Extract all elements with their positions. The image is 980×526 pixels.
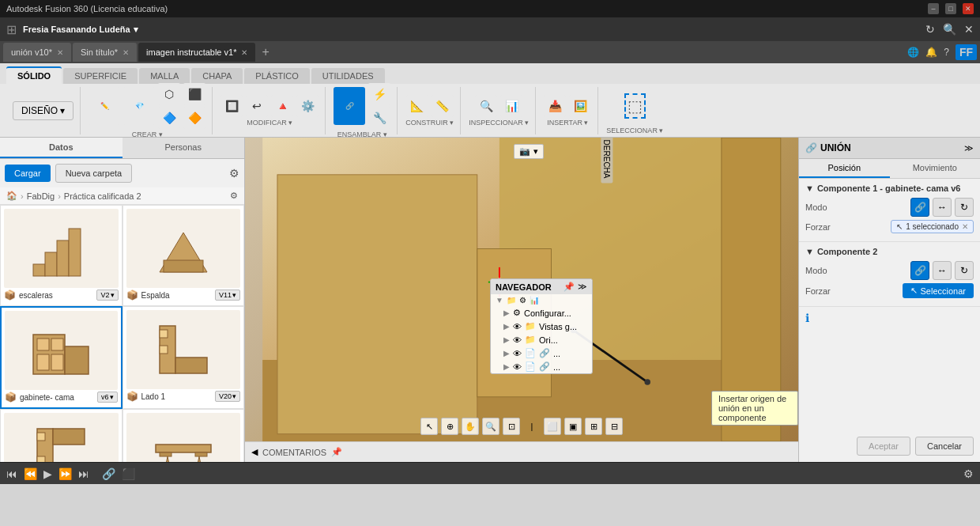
- bottom-prev[interactable]: ⏪: [24, 467, 37, 480]
- tab-malla[interactable]: MALLA: [139, 68, 190, 84]
- bottom-next[interactable]: ⏩: [58, 467, 72, 480]
- create-btn4[interactable]: 🔶: [183, 107, 205, 129]
- navigator-pin-icon[interactable]: 📌: [564, 282, 575, 292]
- assemble-btn2[interactable]: 🔧: [368, 107, 390, 129]
- thumb-gabinete-version[interactable]: v6▾: [97, 392, 118, 403]
- create-btn1[interactable]: ⬡: [158, 83, 180, 105]
- union-tab-posicion[interactable]: Posición: [799, 159, 890, 178]
- nav-misc[interactable]: ▶ 👁 📄 🔗 ...: [491, 346, 592, 360]
- bottom-link1[interactable]: 🔗: [102, 467, 115, 480]
- breadcrumb-home[interactable]: 🏠: [6, 191, 17, 201]
- tab-sin-titulo[interactable]: Sin título* ✕: [73, 43, 137, 62]
- construct-btn1[interactable]: 📐: [406, 95, 428, 117]
- bottom-next-end[interactable]: ⏭: [78, 467, 89, 480]
- nav-ori[interactable]: ▶ 👁 📁 Ori...: [491, 333, 592, 346]
- thumb-espalda-version[interactable]: V11▾: [215, 289, 240, 301]
- vp-btn-display3[interactable]: ⊞: [585, 418, 602, 435]
- tab-utilidades[interactable]: UTILIDADES: [311, 68, 385, 84]
- vp-btn-zoom[interactable]: 🔍: [482, 418, 499, 435]
- search-icon[interactable]: 🔍: [943, 23, 956, 36]
- mode-btn-rotate[interactable]: ↻: [955, 198, 974, 217]
- tab-union[interactable]: unión v10* ✕: [3, 43, 71, 62]
- tab-plastico[interactable]: PLÁSTICO: [244, 68, 309, 84]
- mode-btn-rigid[interactable]: 🔗: [910, 198, 929, 217]
- mode-btn2-slider[interactable]: ↔: [933, 261, 952, 280]
- info-icon[interactable]: ℹ: [805, 312, 809, 324]
- collapse-icon[interactable]: ▼: [805, 184, 814, 193]
- thumb-lado2[interactable]: 📦 Lado 2 V17▾: [0, 409, 122, 462]
- settings-icon[interactable]: ⚙: [229, 167, 239, 180]
- load-button[interactable]: Cargar: [5, 165, 51, 182]
- minimize-button[interactable]: –: [928, 3, 939, 14]
- vp-btn-display4[interactable]: ⊟: [605, 418, 623, 435]
- tab-personas[interactable]: Personas: [122, 138, 245, 158]
- inspect-btn2[interactable]: 📊: [500, 95, 522, 117]
- union-expand-icon[interactable]: ≫: [964, 143, 974, 153]
- vp-btn-cursor[interactable]: ↖: [420, 418, 438, 435]
- breadcrumb-fabdig[interactable]: FabDig: [27, 191, 55, 201]
- thumb-mesa[interactable]: 📦 Mesa V10▾: [122, 409, 245, 462]
- create-btn3[interactable]: ⬛: [183, 83, 205, 105]
- bottom-settings[interactable]: ⚙: [963, 467, 974, 480]
- refresh-icon[interactable]: ↻: [925, 23, 935, 36]
- insert-btn1[interactable]: 📥: [544, 95, 566, 117]
- tab-union-close[interactable]: ✕: [57, 48, 63, 57]
- select-component2-button[interactable]: ↖ Seleccionar: [903, 283, 974, 298]
- modify-btn1[interactable]: 🔲: [220, 95, 243, 117]
- camera-button[interactable]: 📷 ▾: [514, 144, 544, 159]
- modify-btn2[interactable]: ↩: [246, 95, 268, 117]
- bottom-play[interactable]: ▶: [43, 467, 52, 480]
- thumb-escaleras-version[interactable]: V2▾: [96, 289, 118, 301]
- insert-btn2[interactable]: 🖼️: [569, 95, 591, 117]
- nav-vistas[interactable]: ▶ 👁 📁 Vistas g...: [491, 320, 592, 333]
- breadcrumb-options[interactable]: ⚙: [230, 191, 238, 201]
- tab-imagen[interactable]: imagen instructable v1* ✕: [138, 43, 255, 62]
- vp-btn-fit[interactable]: ⊡: [503, 418, 520, 435]
- mode-btn2-rotate[interactable]: ↻: [955, 261, 974, 280]
- tab-datos[interactable]: Datos: [0, 138, 122, 158]
- comments-arrow-left[interactable]: ◀: [251, 447, 258, 457]
- nav-misc2[interactable]: ▶ 👁 📄 🔗 ...: [491, 360, 592, 373]
- user-name[interactable]: Fresia Fasanando Ludeña ▾: [23, 25, 138, 35]
- breadcrumb-practica[interactable]: Práctica calificada 2: [64, 191, 141, 201]
- tab-superficie[interactable]: SUPERFICIE: [63, 68, 138, 84]
- nav-root[interactable]: ▼ 📁 ⚙ 📊: [491, 294, 592, 306]
- create-btn2[interactable]: 🔷: [158, 107, 180, 129]
- thumb-gabinete[interactable]: 📦 gabinete- cama v6▾: [0, 306, 122, 409]
- vp-btn-display2[interactable]: ▣: [564, 418, 582, 435]
- tab-chapa[interactable]: CHAPA: [191, 68, 243, 84]
- tab-sin-titulo-close[interactable]: ✕: [122, 48, 129, 57]
- close-button[interactable]: ✕: [963, 3, 974, 14]
- thumb-escaleras[interactable]: 📦 escaleras V2▾: [0, 205, 122, 306]
- thumb-lado1[interactable]: 📦 Lado 1 V20▾: [122, 306, 245, 409]
- accept-button[interactable]: Aceptar: [857, 437, 910, 456]
- modify-btn4[interactable]: ⚙️: [296, 95, 318, 117]
- tab-imagen-close[interactable]: ✕: [241, 48, 247, 57]
- vp-btn-display1[interactable]: ⬜: [544, 418, 561, 435]
- assemble-btn1[interactable]: ⚡: [368, 83, 390, 105]
- mode-btn-slider[interactable]: ↔: [933, 198, 952, 217]
- new-tab-button[interactable]: +: [257, 45, 273, 59]
- thumb-espalda[interactable]: 📦 Espalda V11▾: [122, 205, 245, 306]
- maximize-button[interactable]: □: [945, 3, 956, 14]
- bottom-prev-start[interactable]: ⏮: [6, 467, 17, 480]
- thumb-lado1-version[interactable]: V20▾: [215, 391, 240, 402]
- create-sketch-button[interactable]: ✏️: [89, 87, 120, 125]
- vp-btn-orbit[interactable]: ⊕: [441, 418, 458, 435]
- union-tab-movimiento[interactable]: Movimiento: [890, 159, 981, 178]
- comments-pin-icon[interactable]: 📌: [331, 447, 342, 457]
- close-app-icon[interactable]: ✕: [964, 23, 974, 36]
- chip-close[interactable]: ✕: [962, 222, 968, 231]
- mode-btn2-rigid[interactable]: 🔗: [910, 261, 929, 280]
- inspect-btn1[interactable]: 🔍: [475, 95, 497, 117]
- collapse2-icon[interactable]: ▼: [805, 247, 814, 256]
- navigator-expand-icon[interactable]: ≫: [578, 282, 587, 292]
- tab-solido[interactable]: SÓLIDO: [6, 66, 62, 84]
- create-form-button[interactable]: 💎: [123, 87, 155, 125]
- modify-btn3[interactable]: 🔺: [271, 95, 293, 117]
- select-button[interactable]: ⬚: [619, 87, 650, 125]
- nav-configurar[interactable]: ▶ ⚙ Configurar...: [491, 306, 592, 320]
- bottom-link2[interactable]: ⬛: [122, 467, 135, 480]
- construct-btn2[interactable]: 📏: [432, 95, 454, 117]
- cancel-button[interactable]: Cancelar: [915, 437, 974, 456]
